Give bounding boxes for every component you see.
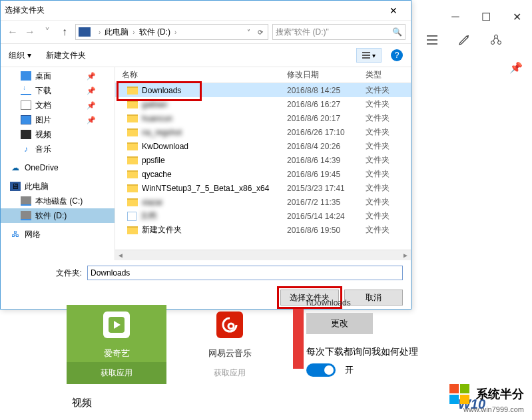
bg-close-button[interactable]: ✕ xyxy=(501,7,532,27)
sidebar-item-onedrive[interactable]: ☁OneDrive xyxy=(1,160,115,175)
column-header-name[interactable]: 名称 xyxy=(115,69,287,81)
sidebar-item-label: 本地磁盘 (C:) xyxy=(35,196,83,207)
vid-icon xyxy=(21,130,31,139)
horizontal-scrollbar[interactable]: ◄ ► xyxy=(115,250,411,260)
sidebar-item-pc[interactable]: 🖥此电脑 xyxy=(1,179,115,194)
toggle-state-label: 开 xyxy=(345,365,354,375)
app-tile-iqiyi[interactable]: 爱奇艺 获取应用 xyxy=(67,305,166,384)
svg-point-1 xyxy=(495,35,498,39)
file-row[interactable]: ppsfile2016/8/6 14:39文件夹 xyxy=(115,153,411,167)
organize-menu[interactable]: 组织 ▾ xyxy=(9,50,31,61)
search-input[interactable]: 搜索"软件 (D:)" 🔍 xyxy=(272,24,405,40)
desktop-icon xyxy=(21,71,31,81)
folder-icon xyxy=(127,184,138,192)
folder-picker-dialog: 选择文件夹 ✕ ← → ˅ ↑ › 此电脑 › 软件 (D:) › ˅⟳ 搜索"… xyxy=(0,0,411,310)
sidebar-item[interactable]: 图片📌 xyxy=(1,112,115,127)
new-folder-button[interactable]: 新建文件夹 xyxy=(46,50,86,61)
breadcrumb-refresh-icon[interactable]: ⟳ xyxy=(254,29,266,36)
file-row[interactable]: Downloads2016/8/8 14:25文件夹 xyxy=(115,83,411,97)
breadcrumb-drive[interactable]: 软件 (D:) xyxy=(139,27,170,38)
folder-name-input[interactable] xyxy=(87,266,403,280)
bg-maximize-button[interactable]: ☐ xyxy=(471,7,501,27)
sidebar-item[interactable]: 视频 xyxy=(1,127,115,142)
sidebar-item-label: 文档 xyxy=(35,100,51,111)
file-row[interactable]: 文档2016/5/14 14:24文件夹 xyxy=(115,209,411,223)
folder-icon xyxy=(127,128,138,136)
file-row[interactable]: 新建文件夹2016/8/6 19:50文件夹 xyxy=(115,223,411,237)
ask-each-time-label: 每次下载都询问我如何处理 xyxy=(306,346,418,358)
file-row[interactable]: qycache2016/8/6 19:45文件夹 xyxy=(115,167,411,181)
watermark-text: 系统半分 xyxy=(476,387,524,401)
svg-rect-5 xyxy=(362,55,370,56)
sidebar-item[interactable]: 文档📌 xyxy=(1,98,115,112)
hdd_c-icon xyxy=(21,196,31,206)
breadcrumb-root[interactable]: 此电脑 xyxy=(105,27,129,38)
watermark-url: www.win7999.com xyxy=(449,405,524,413)
download-icon xyxy=(21,86,31,95)
chevron-right-icon: › xyxy=(133,29,134,36)
bg-minimize-button[interactable]: ─ xyxy=(440,7,471,27)
app-name: 爱奇艺 xyxy=(67,345,166,362)
doc-icon xyxy=(21,101,31,110)
share-icon[interactable] xyxy=(489,33,503,49)
menu-icon[interactable] xyxy=(425,33,439,49)
folder-icon xyxy=(127,156,138,164)
sidebar-item-hdd_c[interactable]: 本地磁盘 (C:) xyxy=(1,194,115,208)
close-icon[interactable]: ✕ xyxy=(380,5,407,16)
sidebar-item-label: OneDrive xyxy=(25,163,59,172)
sidebar-item[interactable]: 下载📌 xyxy=(1,83,115,98)
get-app-button[interactable]: 获取应用 xyxy=(180,362,280,384)
folder-icon xyxy=(127,198,138,206)
file-row[interactable]: xiazai2016/7/2 11:35文件夹 xyxy=(115,195,411,209)
nav-back-icon[interactable]: ← xyxy=(6,25,19,39)
sidebar-item-label: 桌面 xyxy=(35,71,51,82)
folder-icon xyxy=(127,101,138,108)
change-button[interactable]: 更改 xyxy=(306,313,373,334)
folder-icon xyxy=(127,170,138,178)
nav-forward-icon: → xyxy=(23,25,37,39)
pc-icon: 🖥 xyxy=(10,182,21,191)
folder-icon xyxy=(127,87,138,95)
folder-name-label: 文件夹: xyxy=(9,268,82,279)
folder-icon xyxy=(127,142,138,150)
file-row[interactable]: na_regshot2016/6/26 17:10文件夹 xyxy=(115,125,411,139)
view-options-button[interactable]: ▾ xyxy=(356,48,382,63)
sidebar-item-hdd_d[interactable]: 软件 (D:) xyxy=(1,208,115,223)
breadcrumb-dropdown-icon[interactable]: ˅ xyxy=(242,29,254,36)
sidebar-item-network[interactable]: 🖧网络 xyxy=(1,227,115,242)
svg-rect-4 xyxy=(362,52,370,53)
search-placeholder: 搜索"软件 (D:)" xyxy=(276,27,329,38)
file-row[interactable]: gaibian2016/8/6 16:27文件夹 xyxy=(115,97,411,111)
nav-recent-icon[interactable]: ˅ xyxy=(41,25,54,39)
help-icon[interactable]: ? xyxy=(391,49,403,61)
column-header-date[interactable]: 修改日期 xyxy=(287,69,366,81)
app-tile-netease[interactable]: 网易云音乐 获取应用 xyxy=(180,305,280,384)
scroll-right-icon[interactable]: ► xyxy=(400,252,411,259)
divider-bar xyxy=(293,309,304,369)
network-icon: 🖧 xyxy=(10,230,21,239)
netease-icon xyxy=(206,305,254,345)
scroll-left-icon[interactable]: ◄ xyxy=(115,252,126,259)
pen-icon[interactable] xyxy=(457,33,471,49)
sidebar: 桌面📌下载📌文档📌图片📌视频♪音乐☁OneDrive🖥此电脑本地磁盘 (C:)软… xyxy=(1,67,115,260)
pin-icon[interactable]: 📌 xyxy=(509,61,523,74)
sidebar-item-label: 图片 xyxy=(35,114,51,126)
breadcrumb[interactable]: › 此电脑 › 软件 (D:) › ˅⟳ xyxy=(75,24,268,40)
get-app-button[interactable]: 获取应用 xyxy=(67,362,166,384)
file-row[interactable]: KwDownload2016/8/4 20:26文件夹 xyxy=(115,139,411,153)
sidebar-item[interactable]: ♪音乐 xyxy=(1,142,115,156)
file-row[interactable]: WinNTSetup3_7_5_Beta1_x86_x642015/3/23 1… xyxy=(115,181,411,195)
dialog-title: 选择文件夹 xyxy=(5,5,45,16)
sidebar-item-label: 网络 xyxy=(25,229,41,240)
nav-up-icon[interactable]: ↑ xyxy=(58,25,71,39)
sidebar-item-label: 音乐 xyxy=(35,144,51,155)
svg-point-2 xyxy=(491,41,495,45)
windows-logo-icon xyxy=(449,384,469,404)
pin-icon: 📌 xyxy=(87,101,96,110)
chevron-right-icon: › xyxy=(99,29,101,36)
sidebar-item[interactable]: 桌面📌 xyxy=(1,69,115,83)
file-row[interactable]: huancun2016/8/6 20:17文件夹 xyxy=(115,111,411,125)
column-header-type[interactable]: 类型 xyxy=(366,69,411,81)
music-icon: ♪ xyxy=(21,144,31,154)
ask-toggle[interactable] xyxy=(306,363,336,377)
